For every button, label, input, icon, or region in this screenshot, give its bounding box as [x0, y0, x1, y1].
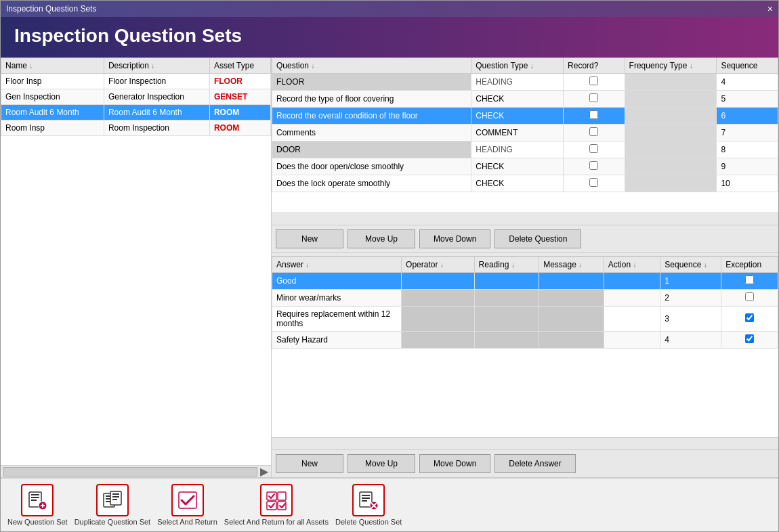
q-row-record[interactable]: [564, 141, 625, 158]
svg-rect-2: [31, 497, 39, 498]
delete-answer-button[interactable]: Delete Answer: [494, 454, 575, 473]
left-row-description: Room Inspection: [104, 120, 209, 136]
col-header-reading[interactable]: Reading ↓: [474, 257, 539, 273]
new-question-set-icon: [21, 484, 54, 516]
question-buttons-bar: New Move Up Move Down Delete Question: [272, 225, 778, 253]
q-row-record[interactable]: [564, 158, 625, 175]
move-up-question-button[interactable]: Move Up: [348, 229, 415, 248]
left-row-description: Generator Inspection: [104, 89, 209, 105]
record-checkbox[interactable]: [589, 127, 598, 136]
q-row-freqtype: [625, 158, 717, 175]
left-row-description: Room Audit 6 Month: [104, 105, 209, 120]
question-table-row[interactable]: Record the type of floor covering CHECK …: [272, 91, 778, 108]
answer-table-container[interactable]: Answer ↓ Operator ↓ Reading ↓ Message ↓ …: [272, 257, 778, 438]
toolbar-new-qs-label: New Question Set: [7, 518, 68, 526]
new-qs-svg: [26, 489, 48, 511]
a-row-operator: [402, 307, 475, 332]
q-row-record[interactable]: [564, 91, 625, 108]
move-up-answer-button[interactable]: Move Up: [348, 454, 415, 473]
record-checkbox[interactable]: [589, 93, 598, 102]
col-header-asset-type[interactable]: Asset Type: [209, 58, 270, 74]
answer-table-row[interactable]: Safety Hazard 4: [272, 332, 778, 349]
q-row-record[interactable]: [564, 125, 625, 141]
a-row-reading: [474, 332, 539, 349]
col-header-action[interactable]: Action ↓: [604, 257, 660, 273]
a-row-exception[interactable]: [721, 332, 778, 349]
q-row-record[interactable]: [564, 175, 625, 192]
a-row-message: [539, 332, 604, 349]
col-header-description[interactable]: Description ↓: [104, 58, 209, 74]
col-header-answer[interactable]: Answer ↓: [272, 257, 402, 273]
left-row-name: Floor Insp: [1, 74, 104, 89]
new-question-button[interactable]: New: [276, 229, 343, 248]
q-row-question: FLOOR: [272, 74, 471, 91]
col-header-sequence[interactable]: Sequence: [717, 58, 778, 74]
answer-table-row[interactable]: Requires replacement within 12 months 3: [272, 307, 778, 332]
main-window: Inspection Question Sets × Inspection Qu…: [0, 0, 779, 532]
col-header-message[interactable]: Message ↓: [539, 257, 604, 273]
record-checkbox[interactable]: [589, 76, 598, 85]
horizontal-scrollbar[interactable]: [3, 467, 257, 476]
q-row-record[interactable]: [564, 74, 625, 91]
toolbar: New Question Set Duplicate Question Set: [1, 477, 778, 531]
col-header-freqtype[interactable]: Frequency Type ↓: [625, 58, 717, 74]
question-table-row[interactable]: Does the door open/close smoothly CHECK …: [272, 158, 778, 175]
left-table-row[interactable]: Room Insp Room Inspection ROOM: [1, 120, 271, 136]
svg-rect-21: [362, 495, 370, 496]
toolbar-new-question-set[interactable]: New Question Set: [7, 484, 68, 526]
question-table-container[interactable]: Question ↓ Question Type ↓ Record? Frequ…: [272, 58, 778, 213]
col-header-name[interactable]: Name ↓: [1, 58, 104, 74]
move-down-answer-button[interactable]: Move Down: [419, 454, 490, 473]
record-checkbox[interactable]: [589, 144, 598, 153]
a-row-answer: Safety Hazard: [272, 332, 402, 349]
q-row-type: COMMENT: [471, 125, 564, 141]
a-row-answer: Requires replacement within 12 months: [272, 307, 402, 332]
toolbar-select-return-all[interactable]: Select And Return for all Assets: [224, 484, 329, 526]
q-row-record[interactable]: [564, 108, 625, 125]
question-table-row[interactable]: Does the lock operate smoothly CHECK 10: [272, 175, 778, 192]
left-table-row[interactable]: Floor Insp Floor Inspection FLOOR: [1, 74, 271, 89]
close-button[interactable]: ×: [767, 3, 773, 14]
col-header-record[interactable]: Record?: [564, 58, 625, 74]
col-header-sequence-ans[interactable]: Sequence ↓: [660, 257, 721, 273]
col-header-question[interactable]: Question ↓: [272, 58, 471, 74]
answer-table-row[interactable]: Good 1: [272, 273, 778, 290]
a-row-exception[interactable]: [721, 273, 778, 290]
title-bar: Inspection Question Sets ×: [1, 1, 778, 17]
question-table-row[interactable]: DOOR HEADING 8: [272, 141, 778, 158]
record-checkbox[interactable]: [589, 161, 598, 170]
col-header-operator[interactable]: Operator ↓: [402, 257, 475, 273]
toolbar-select-return[interactable]: Select And Return: [157, 484, 217, 526]
delete-question-button[interactable]: Delete Question: [494, 229, 581, 248]
scroll-right-button[interactable]: ▶: [260, 465, 268, 477]
left-table-row[interactable]: Gen Inspection Generator Inspection GENS…: [1, 89, 271, 105]
toolbar-duplicate-question-set[interactable]: Duplicate Question Set: [75, 484, 151, 526]
q-row-question: Record the type of floor covering: [272, 91, 471, 108]
exception-checkbox[interactable]: [745, 334, 754, 343]
a-row-exception[interactable]: [721, 307, 778, 332]
a-row-exception[interactable]: [721, 290, 778, 307]
question-table-row[interactable]: FLOOR HEADING 4: [272, 74, 778, 91]
col-header-qtype[interactable]: Question Type ↓: [471, 58, 564, 74]
exception-checkbox[interactable]: [745, 313, 754, 322]
col-header-exception[interactable]: Exception: [721, 257, 778, 273]
question-table-row[interactable]: Comments COMMENT 7: [272, 125, 778, 141]
a-row-sequence: 2: [660, 290, 721, 307]
toolbar-delete-question-set[interactable]: Delete Question Set: [335, 484, 402, 526]
exception-checkbox[interactable]: [745, 292, 754, 301]
move-down-question-button[interactable]: Move Down: [419, 229, 490, 248]
q-row-freqtype: [625, 175, 717, 192]
svg-rect-12: [112, 493, 119, 495]
q-row-question: Does the door open/close smoothly: [272, 158, 471, 175]
q-row-question: Record the overall condition of the floo…: [272, 108, 471, 125]
record-checkbox[interactable]: [589, 110, 598, 119]
left-table-container[interactable]: Name ↓ Description ↓ Asset Type Floor In…: [1, 58, 271, 465]
left-table-row[interactable]: Room Audit 6 Month Room Audit 6 Month RO…: [1, 105, 271, 120]
new-answer-button[interactable]: New: [276, 454, 343, 473]
record-checkbox[interactable]: [589, 178, 598, 187]
answer-table-row[interactable]: Minor wear/marks 2: [272, 290, 778, 307]
question-table-row[interactable]: Record the overall condition of the floo…: [272, 108, 778, 125]
exception-checkbox[interactable]: [745, 275, 754, 284]
q-row-freqtype: [625, 74, 717, 91]
a-row-reading: [474, 273, 539, 290]
